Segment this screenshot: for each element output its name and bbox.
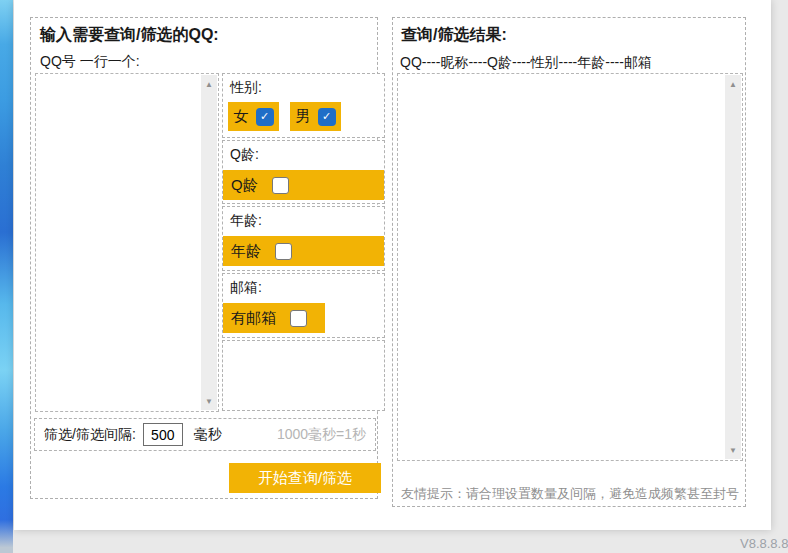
qage-bar-label: Q龄 <box>231 176 258 195</box>
results-text-area[interactable] <box>400 76 724 458</box>
interval-input[interactable] <box>143 423 183 446</box>
filter-section-empty <box>222 340 385 411</box>
results-columns-header: QQ----昵称----Q龄----性别----年龄----邮箱 <box>400 54 652 72</box>
app-window: 输入需要查询/筛选的QQ: QQ号 一行一个: ▲ ▼ 性别: 女 ✓ 男 ✓ <box>14 0 771 530</box>
qage-section-label: Q龄: <box>230 146 259 164</box>
interval-unit-label: 毫秒 <box>194 426 222 444</box>
checkbox-checked-icon[interactable]: ✓ <box>256 108 274 126</box>
email-bar-label: 有邮箱 <box>231 309 276 328</box>
interval-settings-box: 筛选/筛选间隔: 毫秒 1000毫秒=1秒 <box>34 418 376 451</box>
gender-male-label: 男 <box>296 107 311 126</box>
filter-section-qage: Q龄: Q龄 <box>222 140 385 204</box>
scroll-down-icon[interactable]: ▼ <box>725 442 741 458</box>
results-box: ▲ ▼ <box>397 73 743 461</box>
qage-filter-bar[interactable]: Q龄 <box>223 170 384 200</box>
checkbox-checked-icon[interactable]: ✓ <box>318 108 336 126</box>
scroll-up-icon[interactable]: ▲ <box>201 76 217 92</box>
checkbox-unchecked-icon[interactable] <box>290 310 307 327</box>
friendly-tip-text: 友情提示：请合理设置数量及间隔，避免造成频繁甚至封号 <box>401 485 739 503</box>
input-panel-title: 输入需要查询/筛选的QQ: <box>40 25 219 46</box>
email-filter-bar[interactable]: 有邮箱 <box>223 303 325 333</box>
input-panel: 输入需要查询/筛选的QQ: QQ号 一行一个: ▲ ▼ 性别: 女 ✓ 男 ✓ <box>30 17 378 499</box>
filter-section-email: 邮箱: 有邮箱 <box>222 273 385 338</box>
results-panel: 查询/筛选结果: QQ----昵称----Q龄----性别----年龄----邮… <box>392 17 746 507</box>
interval-label: 筛选/筛选间隔: <box>44 426 136 444</box>
email-section-label: 邮箱: <box>230 279 262 297</box>
gender-male-option[interactable]: 男 ✓ <box>290 102 341 131</box>
interval-hint-text: 1000毫秒=1秒 <box>277 426 366 444</box>
gender-section-label: 性别: <box>230 79 262 97</box>
checkbox-unchecked-icon[interactable] <box>275 243 292 260</box>
qq-list-box: ▲ ▼ <box>35 73 219 412</box>
qq-list-textarea[interactable] <box>37 75 200 410</box>
gender-female-label: 女 <box>234 107 249 126</box>
start-query-button[interactable]: 开始查询/筛选 <box>229 463 381 493</box>
results-scrollbar[interactable]: ▲ ▼ <box>725 75 741 459</box>
desktop-wallpaper-strip <box>0 0 13 553</box>
scroll-down-icon[interactable]: ▼ <box>201 393 217 409</box>
checkbox-unchecked-icon[interactable] <box>272 177 289 194</box>
results-panel-title: 查询/筛选结果: <box>401 25 507 46</box>
qq-list-label: QQ号 一行一个: <box>40 53 140 71</box>
gender-female-option[interactable]: 女 ✓ <box>228 102 279 131</box>
gender-options-row: 女 ✓ 男 ✓ <box>228 102 341 131</box>
filter-section-gender: 性别: 女 ✓ 男 ✓ <box>222 73 385 138</box>
version-label: V8.8.8.8 <box>740 536 788 551</box>
scroll-up-icon[interactable]: ▲ <box>725 76 741 92</box>
qq-list-scrollbar[interactable]: ▲ ▼ <box>201 75 217 410</box>
age-section-label: 年龄: <box>230 212 262 230</box>
filter-section-age: 年龄: 年龄 <box>222 206 385 271</box>
age-filter-bar[interactable]: 年龄 <box>223 236 384 266</box>
age-bar-label: 年龄 <box>231 242 261 261</box>
